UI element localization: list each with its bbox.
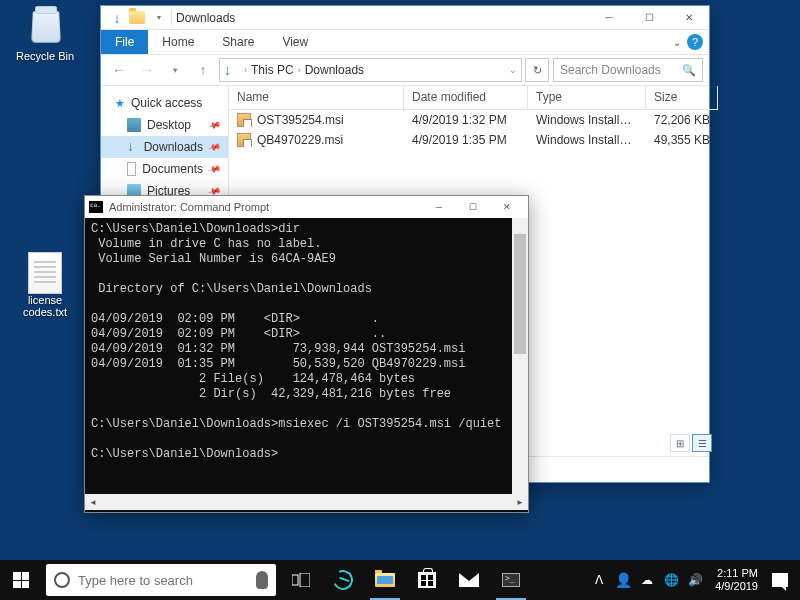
- address-dropdown-icon[interactable]: ⌄: [509, 65, 517, 75]
- file-row[interactable]: OST395254.msi 4/9/2019 1:32 PM Windows I…: [229, 110, 718, 130]
- up-button[interactable]: ↑: [191, 58, 215, 82]
- tray-volume-icon[interactable]: 🔊: [683, 573, 707, 587]
- pin-icon: 📌: [207, 140, 222, 154]
- breadcrumb-downloads[interactable]: Downloads: [305, 63, 364, 77]
- microphone-icon[interactable]: [256, 571, 268, 589]
- svg-rect-1: [300, 573, 310, 587]
- minimize-button[interactable]: ─: [589, 6, 629, 30]
- column-name[interactable]: Name: [229, 86, 404, 109]
- downloads-icon: ↓: [224, 62, 240, 78]
- start-button[interactable]: [0, 560, 42, 600]
- taskbar-explorer[interactable]: [364, 560, 406, 600]
- chevron-down-icon[interactable]: ▾: [151, 8, 167, 28]
- file-size: 49,355 KB: [646, 133, 718, 147]
- sidebar-item-desktop[interactable]: Desktop 📌: [101, 114, 228, 136]
- column-type[interactable]: Type: [528, 86, 646, 109]
- maximize-button[interactable]: ☐: [629, 6, 669, 30]
- text-file-icon: [28, 252, 62, 294]
- task-view-icon: [292, 573, 310, 587]
- home-tab[interactable]: Home: [148, 30, 208, 54]
- scroll-right-button[interactable]: ►: [512, 494, 528, 510]
- msi-icon: [237, 113, 251, 127]
- sidebar-label: Documents: [142, 162, 203, 176]
- recycle-bin-label: Recycle Bin: [10, 50, 80, 62]
- mail-icon: [459, 573, 479, 587]
- chevron-right-icon: ›: [298, 65, 301, 75]
- column-date[interactable]: Date modified: [404, 86, 528, 109]
- ribbon-expand-icon[interactable]: ⌄: [673, 37, 681, 48]
- back-button[interactable]: ←: [107, 58, 131, 82]
- address-bar[interactable]: ↓ › This PC › Downloads ⌄: [219, 58, 522, 82]
- cmd-titlebar[interactable]: Administrator: Command Prompt ─ ☐ ✕: [85, 196, 528, 218]
- pin-icon: 📌: [207, 118, 222, 132]
- refresh-button[interactable]: ↻: [525, 58, 549, 82]
- recycle-bin[interactable]: Recycle Bin: [10, 4, 80, 62]
- taskbar-edge[interactable]: [322, 560, 364, 600]
- file-size: 72,206 KB: [646, 113, 718, 127]
- tray-network-icon[interactable]: 🌐: [659, 573, 683, 587]
- view-large-icons[interactable]: ⊞: [670, 434, 690, 452]
- sidebar-label: Quick access: [131, 96, 202, 110]
- tray-overflow[interactable]: ᐱ: [587, 573, 611, 587]
- cmd-minimize-button[interactable]: ─: [422, 196, 456, 218]
- recycle-bin-icon: [24, 4, 66, 46]
- cmd-maximize-button[interactable]: ☐: [456, 196, 490, 218]
- quick-access-dropdown-icon[interactable]: ↓: [107, 8, 127, 28]
- action-center-button[interactable]: [766, 573, 794, 587]
- search-input[interactable]: [78, 573, 248, 588]
- store-icon: [418, 572, 436, 588]
- column-size[interactable]: Size: [646, 86, 718, 109]
- cortana-icon: [54, 572, 70, 588]
- share-tab[interactable]: Share: [208, 30, 268, 54]
- file-tab[interactable]: File: [101, 30, 148, 54]
- downloads-icon: ↓: [127, 140, 138, 154]
- taskbar-clock[interactable]: 2:11 PM 4/9/2019: [707, 567, 766, 593]
- search-icon: 🔍: [682, 64, 696, 77]
- view-tab[interactable]: View: [268, 30, 322, 54]
- forward-button[interactable]: →: [135, 58, 159, 82]
- sidebar-label: Desktop: [147, 118, 191, 132]
- command-prompt-window: Administrator: Command Prompt ─ ☐ ✕ C:\U…: [84, 195, 529, 513]
- qat-dropdown[interactable]: [129, 8, 149, 28]
- sidebar-item-downloads[interactable]: ↓ Downloads 📌: [101, 136, 228, 158]
- explorer-titlebar[interactable]: ↓ ▾ Downloads ─ ☐ ✕: [101, 6, 709, 30]
- documents-icon: [127, 162, 136, 176]
- tray-onedrive-icon[interactable]: ☁: [635, 573, 659, 587]
- clock-date: 4/9/2019: [715, 580, 758, 593]
- navigation-row: ← → ▾ ↑ ↓ › This PC › Downloads ⌄ ↻ Sear…: [101, 54, 709, 86]
- sidebar-item-documents[interactable]: Documents 📌: [101, 158, 228, 180]
- file-type: Windows Installer ...: [528, 113, 646, 127]
- recent-dropdown[interactable]: ▾: [163, 58, 187, 82]
- cmd-close-button[interactable]: ✕: [490, 196, 524, 218]
- folder-icon: [129, 11, 145, 24]
- taskbar-search[interactable]: [46, 564, 276, 596]
- file-row[interactable]: QB4970229.msi 4/9/2019 1:35 PM Windows I…: [229, 130, 718, 150]
- view-details[interactable]: ☰: [692, 434, 712, 452]
- help-icon[interactable]: ?: [687, 34, 703, 50]
- msi-icon: [237, 133, 251, 147]
- star-icon: ★: [115, 97, 125, 110]
- close-button[interactable]: ✕: [669, 6, 709, 30]
- taskbar-cmd[interactable]: [490, 560, 532, 600]
- cmd-title-text: Administrator: Command Prompt: [109, 201, 269, 213]
- tray-people-icon[interactable]: 👤: [611, 572, 635, 588]
- license-file-label: license codes.txt: [10, 294, 80, 318]
- cmd-horizontal-scrollbar[interactable]: ◄ ►: [85, 494, 528, 510]
- clock-time: 2:11 PM: [715, 567, 758, 580]
- cmd-body[interactable]: C:\Users\Daniel\Downloads>dir Volume in …: [85, 218, 528, 494]
- file-name: OST395254.msi: [257, 113, 344, 127]
- scrollbar-thumb[interactable]: [514, 234, 526, 354]
- search-box[interactable]: Search Downloads 🔍: [553, 58, 703, 82]
- license-codes-file[interactable]: license codes.txt: [10, 252, 80, 318]
- cmd-vertical-scrollbar[interactable]: [512, 218, 528, 494]
- taskbar-mail[interactable]: [448, 560, 490, 600]
- cmd-output: C:\Users\Daniel\Downloads>dir Volume in …: [85, 218, 528, 466]
- column-headers: Name Date modified Type Size: [229, 86, 718, 110]
- task-view-button[interactable]: [280, 560, 322, 600]
- view-buttons: ⊞ ☰: [670, 434, 712, 452]
- scroll-left-button[interactable]: ◄: [85, 494, 101, 510]
- taskbar-store[interactable]: [406, 560, 448, 600]
- sidebar-item-quick-access[interactable]: ★ Quick access: [101, 92, 228, 114]
- breadcrumb-this-pc[interactable]: This PC: [251, 63, 294, 77]
- search-placeholder: Search Downloads: [560, 63, 661, 77]
